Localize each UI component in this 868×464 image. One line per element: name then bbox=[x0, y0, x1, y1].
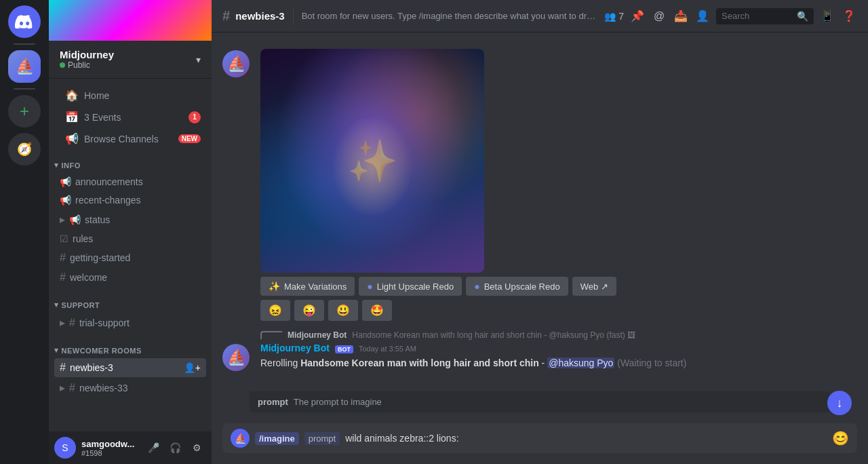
settings-button[interactable]: ⚙ bbox=[187, 438, 206, 457]
reaction-btn-4[interactable]: 🤩 bbox=[362, 300, 392, 321]
web-button[interactable]: Web ↗ bbox=[572, 277, 616, 296]
events-badge: 1 bbox=[189, 111, 201, 123]
add-member-icon[interactable]: 👤+ bbox=[184, 362, 201, 373]
ai-generated-image bbox=[260, 49, 484, 273]
help-button[interactable]: ❓ bbox=[841, 8, 857, 24]
discover-button[interactable]: 🧭 bbox=[8, 133, 41, 166]
image-inner bbox=[260, 49, 484, 273]
channel-announcements[interactable]: 📢 announcements bbox=[54, 173, 206, 191]
message-content-1: ✨ Make Variations ● Light Upscale Redo ●… bbox=[260, 49, 857, 321]
message-group-1: ⛵ ✨ Make Variations bbox=[212, 43, 868, 322]
add-server-button[interactable]: + bbox=[8, 95, 41, 128]
collapse-icon-support: ▾ bbox=[54, 301, 59, 309]
members-list-button[interactable]: 👤 bbox=[694, 8, 711, 24]
user-info: samgoodw... #1598 bbox=[81, 439, 138, 457]
channel-welcome[interactable]: # welcome bbox=[54, 268, 206, 287]
command-tag: /imagine bbox=[255, 432, 299, 445]
emoji-button[interactable]: 😊 bbox=[832, 430, 849, 446]
channel-trial-support[interactable]: ▸ # trial-support bbox=[54, 313, 206, 332]
server-status: Public bbox=[60, 60, 114, 70]
prompt-description: The prompt to imagine bbox=[294, 397, 382, 407]
checkbox-icon: ☑ bbox=[60, 233, 68, 244]
channel-title: # newbies-3 bbox=[222, 8, 285, 24]
sparkles-icon: ✨ bbox=[269, 281, 280, 292]
home-icon: 🏠 bbox=[65, 89, 79, 102]
message-timestamp-2: Today at 3:55 AM bbox=[359, 345, 416, 353]
header-icons: 👥 7 📌 @ 📥 👤 🔍 📱 ❓ bbox=[604, 8, 857, 24]
channel-newbies-33[interactable]: ▸ # newbies-33 bbox=[54, 378, 206, 398]
message-header-2: Midjourney Bot BOT Today at 3:55 AM bbox=[260, 343, 857, 353]
chat-spacer bbox=[212, 372, 868, 389]
support-section: ▾ SUPPORT ▸ # trial-support bbox=[49, 290, 212, 332]
server-list: ⛵ + 🧭 bbox=[0, 0, 49, 464]
action-buttons: ✨ Make Variations ● Light Upscale Redo ●… bbox=[260, 277, 857, 296]
browse-new-badge: NEW bbox=[178, 134, 201, 143]
collapse-icon: ▾ bbox=[54, 161, 59, 170]
server-header[interactable]: Midjourney Public ▾ bbox=[49, 41, 212, 79]
hash-icon-n3: # bbox=[60, 362, 66, 374]
reaction-btn-2[interactable]: 😜 bbox=[294, 300, 324, 321]
status-indicator bbox=[60, 62, 65, 68]
bot-avatar-2: ⛵ bbox=[222, 344, 250, 371]
bot-message-outer-2: ⛵ Midjourney Bot BOT Today at 3:55 AM Re… bbox=[212, 341, 868, 372]
microphone-button[interactable]: 🎤 bbox=[144, 438, 163, 457]
nav-events[interactable]: 📅 3 Events 1 bbox=[54, 107, 206, 128]
message-text-2: Rerolling Handsome Korean man with long … bbox=[260, 356, 857, 370]
circle-blue-icon: ● bbox=[367, 281, 372, 292]
newcomer-rooms-category[interactable]: ▾ NEWCOMER ROOMS bbox=[49, 335, 212, 357]
reply-line bbox=[260, 331, 282, 339]
member-count: 👥 7 bbox=[604, 11, 624, 22]
main-content: # newbies-3 Bot room for new users. Type… bbox=[212, 0, 868, 464]
reaction-btn-3[interactable]: 😃 bbox=[328, 300, 358, 321]
user-avatar: S bbox=[54, 437, 76, 459]
events-icon: 📅 bbox=[65, 111, 79, 123]
scroll-to-bottom-button[interactable]: ↓ bbox=[827, 391, 852, 415]
nav-home[interactable]: 🏠 Home bbox=[54, 85, 206, 106]
input-avatar: ⛵ bbox=[231, 429, 250, 448]
header-divider bbox=[293, 8, 294, 24]
message-author-2: Midjourney Bot bbox=[260, 343, 330, 353]
hash-icon-ts2: # bbox=[69, 317, 75, 329]
status-text: (Waiting to start) bbox=[617, 357, 686, 368]
reaction-btn-1[interactable]: 😖 bbox=[260, 300, 290, 321]
discord-home-button[interactable] bbox=[8, 5, 41, 38]
info-category[interactable]: ▾ INFO bbox=[49, 150, 212, 172]
megaphone-icon-2: 📢 bbox=[60, 195, 71, 206]
nav-browse-channels[interactable]: 📢 Browse Channels NEW bbox=[54, 128, 206, 149]
channel-status[interactable]: ▸ 📢 status bbox=[54, 210, 206, 229]
channel-list: 🏠 Home 📅 3 Events 1 📢 Browse Channels NE… bbox=[49, 79, 212, 431]
channel-getting-started[interactable]: # getting-started bbox=[54, 248, 206, 267]
user-mention: @haksung Pyo bbox=[547, 357, 614, 368]
channel-rules[interactable]: ☑ rules bbox=[54, 230, 206, 248]
chevron-right-icon-n33: ▸ bbox=[60, 381, 65, 394]
channel-newbies-3[interactable]: # newbies-3 👤+ bbox=[54, 358, 206, 377]
pin-button[interactable]: 📌 bbox=[629, 8, 646, 24]
circle-blue2-icon: ● bbox=[474, 281, 479, 292]
channel-recent-changes[interactable]: 📢 recent-changes bbox=[54, 191, 206, 209]
inbox-icon[interactable]: 📱 bbox=[819, 8, 835, 24]
search-input[interactable] bbox=[722, 11, 793, 21]
chevron-down-icon: ▾ bbox=[196, 54, 201, 65]
inbox-button[interactable]: 📥 bbox=[673, 8, 689, 24]
ai-image-container bbox=[260, 49, 857, 273]
make-variations-button[interactable]: ✨ Make Variations bbox=[260, 277, 355, 296]
info-section: ▾ INFO 📢 announcements 📢 recent-changes … bbox=[49, 150, 212, 287]
server-banner bbox=[49, 0, 212, 41]
browse-icon: 📢 bbox=[65, 132, 79, 145]
light-upscale-redo-button[interactable]: ● Light Upscale Redo bbox=[359, 277, 462, 296]
chat-input-box: ⛵ /imagine prompt 😊 bbox=[222, 423, 857, 453]
user-panel: S samgoodw... #1598 🎤 🎧 ⚙ bbox=[49, 431, 212, 464]
beta-upscale-redo-button[interactable]: ● Beta Upscale Redo bbox=[466, 277, 568, 296]
headphone-button[interactable]: 🎧 bbox=[165, 438, 184, 457]
collapse-icon-nr: ▾ bbox=[54, 346, 59, 355]
text-bold-part: Handsome Korean man with long hair and s… bbox=[300, 357, 539, 368]
support-category[interactable]: ▾ SUPPORT bbox=[49, 290, 212, 312]
message-group-2: Midjourney Bot Handsome Korean man with … bbox=[212, 328, 868, 372]
midjourney-server-icon[interactable]: ⛵ bbox=[8, 50, 41, 83]
mention-button[interactable]: @ bbox=[651, 8, 667, 24]
arrow-down-icon: ↓ bbox=[837, 396, 843, 410]
hash-icon-w: # bbox=[60, 271, 66, 284]
prompt-tooltip: prompt The prompt to imagine bbox=[250, 391, 830, 412]
chevron-right-icon: ▸ bbox=[60, 213, 65, 226]
chat-input-field[interactable] bbox=[345, 433, 827, 444]
